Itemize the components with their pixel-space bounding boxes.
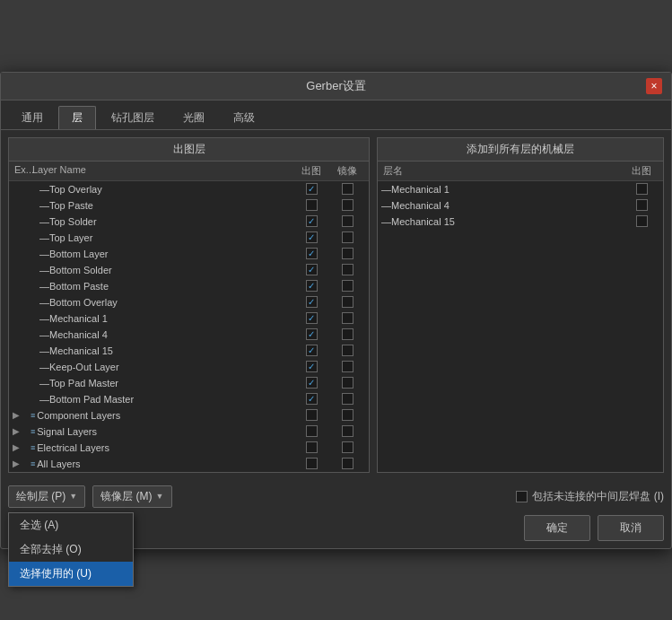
print-checkbox[interactable]: [306, 312, 318, 324]
layer-row: —Top Overlay: [9, 181, 369, 197]
mech-layer-row: —Mechanical 4: [378, 197, 663, 214]
tab-aperture[interactable]: 光圈: [170, 106, 218, 129]
print-checkbox[interactable]: [306, 231, 318, 243]
mech-print-checkbox[interactable]: [636, 215, 648, 227]
mirror-dropdown-arrow: ▼: [156, 492, 164, 501]
print-checkbox[interactable]: [306, 264, 318, 275]
layer-name: —Top Paste: [31, 200, 293, 211]
tab-general[interactable]: 通用: [8, 106, 57, 129]
mirror-checkbox[interactable]: [342, 215, 353, 227]
print-checkbox[interactable]: [306, 377, 318, 389]
col-print: 出图: [293, 164, 329, 178]
mech-col-print: 出图: [624, 164, 659, 178]
layer-row: —Top Layer: [9, 230, 369, 246]
print-checkbox[interactable]: [306, 199, 318, 211]
mirror-checkbox[interactable]: [342, 345, 353, 356]
mirror-checkbox[interactable]: [342, 425, 353, 437]
print-checkbox[interactable]: [306, 393, 318, 405]
layer-name: ≡Signal Layers: [31, 426, 293, 437]
title-bar: Gerber设置 ×: [1, 73, 671, 100]
print-checkbox[interactable]: [306, 441, 318, 453]
include-unconnected-text: 包括未连接的中间层焊盘 (I): [532, 489, 664, 504]
print-checkbox[interactable]: [306, 248, 318, 259]
mech-layer-name: —Mechanical 4: [381, 200, 624, 211]
left-panel: 出图层 Ex... Layer Name 出图 镜像 —Top Overlay …: [8, 137, 370, 473]
col-name: Layer Name: [31, 164, 293, 178]
mech-print-checkbox[interactable]: [636, 183, 648, 195]
layer-name: —Top Pad Master: [31, 378, 293, 389]
layer-row: —Top Pad Master: [9, 375, 369, 391]
mirror-checkbox[interactable]: [342, 393, 353, 405]
layer-name: ≡All Layers: [31, 458, 293, 469]
tab-layers[interactable]: 层: [58, 106, 96, 129]
dialog-body: 出图层 Ex... Layer Name 出图 镜像 —Top Overlay …: [1, 130, 671, 480]
col-mirror: 镜像: [329, 164, 365, 178]
layer-row: —Bottom Layer: [9, 246, 369, 262]
print-checkbox[interactable]: [306, 409, 318, 421]
group-row-component[interactable]: ▶ ≡Component Layers: [9, 407, 369, 424]
print-checkbox[interactable]: [306, 328, 318, 340]
left-panel-header: 出图层: [9, 138, 369, 162]
tab-advanced[interactable]: 高级: [220, 106, 268, 129]
layer-name: —Top Solder: [31, 216, 293, 227]
print-checkbox[interactable]: [306, 215, 318, 227]
plot-dropdown-arrow: ▼: [69, 492, 77, 501]
dropdown-item-select-used[interactable]: 选择使用的 (U): [9, 562, 133, 586]
mirror-checkbox[interactable]: [342, 312, 353, 324]
dropdown-item-deselect-all[interactable]: 全部去掉 (O): [9, 537, 133, 562]
layer-row: —Top Paste: [9, 197, 369, 214]
mirror-checkbox[interactable]: [342, 199, 353, 211]
group-icon: ≡: [31, 411, 35, 420]
group-row-signal[interactable]: ▶ ≡Signal Layers: [9, 424, 369, 440]
mech-layer-name: —Mechanical 1: [381, 184, 624, 195]
mirror-checkbox[interactable]: [342, 377, 353, 389]
tab-drill[interactable]: 钻孔图层: [98, 106, 168, 129]
mirror-checkbox[interactable]: [342, 264, 353, 275]
print-checkbox[interactable]: [306, 458, 318, 469]
mirror-checkbox[interactable]: [342, 441, 353, 453]
print-checkbox[interactable]: [306, 296, 318, 308]
mirror-checkbox[interactable]: [342, 328, 353, 340]
print-checkbox[interactable]: [306, 280, 318, 292]
print-checkbox[interactable]: [306, 361, 318, 372]
layer-name: —Bottom Layer: [31, 249, 293, 259]
expand-icon: ▶: [13, 442, 31, 452]
gerber-settings-dialog: Gerber设置 × 通用 层 钻孔图层 光圈 高级 出图层 Ex... Lay…: [0, 72, 672, 549]
mech-print-checkbox[interactable]: [636, 199, 648, 211]
layer-table-header: Ex... Layer Name 出图 镜像: [9, 162, 369, 181]
plot-dropdown-button[interactable]: 绘制层 (P) ▼: [8, 485, 85, 508]
print-checkbox[interactable]: [306, 425, 318, 437]
layer-row: —Bottom Solder: [9, 262, 369, 278]
group-row-all[interactable]: ▶ ≡All Layers: [9, 456, 369, 472]
layer-name: ≡Component Layers: [31, 410, 293, 421]
mirror-checkbox[interactable]: [342, 361, 353, 372]
mirror-checkbox[interactable]: [342, 296, 353, 308]
include-unconnected-checkbox[interactable]: [516, 491, 528, 502]
print-checkbox[interactable]: [306, 183, 318, 195]
expand-icon: ▶: [13, 410, 31, 420]
mirror-dropdown-button[interactable]: 镜像层 (M) ▼: [92, 485, 171, 508]
dialog-footer: 绘制层 (P) ▼ 全选 (A) 全部去掉 (O) 选择使用的 (U) 镜像层 …: [1, 480, 671, 548]
mirror-checkbox[interactable]: [342, 458, 353, 469]
mirror-checkbox[interactable]: [342, 280, 353, 292]
group-icon: ≡: [31, 459, 35, 468]
group-row-electrical[interactable]: ▶ ≡Electrical Layers: [9, 440, 369, 456]
layer-row: —Bottom Paste: [9, 278, 369, 294]
layer-name: —Bottom Solder: [31, 265, 293, 275]
close-button[interactable]: ×: [646, 78, 662, 94]
mirror-checkbox[interactable]: [342, 409, 353, 421]
mirror-checkbox[interactable]: [342, 248, 353, 259]
layer-row: —Mechanical 15: [9, 343, 369, 359]
mech-layer-list: —Mechanical 1 —Mechanical 4 —Mechanical …: [378, 181, 663, 472]
layer-name: —Keep-Out Layer: [31, 362, 293, 372]
include-unconnected-label: 包括未连接的中间层焊盘 (I): [516, 489, 664, 504]
mech-table-header: 层名 出图: [378, 162, 663, 181]
mirror-checkbox[interactable]: [342, 231, 353, 243]
plot-dropdown-menu: 全选 (A) 全部去掉 (O) 选择使用的 (U): [8, 512, 134, 587]
print-checkbox[interactable]: [306, 345, 318, 356]
mirror-checkbox[interactable]: [342, 183, 353, 195]
cancel-button[interactable]: 取消: [598, 515, 664, 541]
dropdown-item-select-all[interactable]: 全选 (A): [9, 513, 133, 537]
ok-button[interactable]: 确定: [524, 515, 590, 541]
mech-col-name: 层名: [381, 164, 624, 178]
